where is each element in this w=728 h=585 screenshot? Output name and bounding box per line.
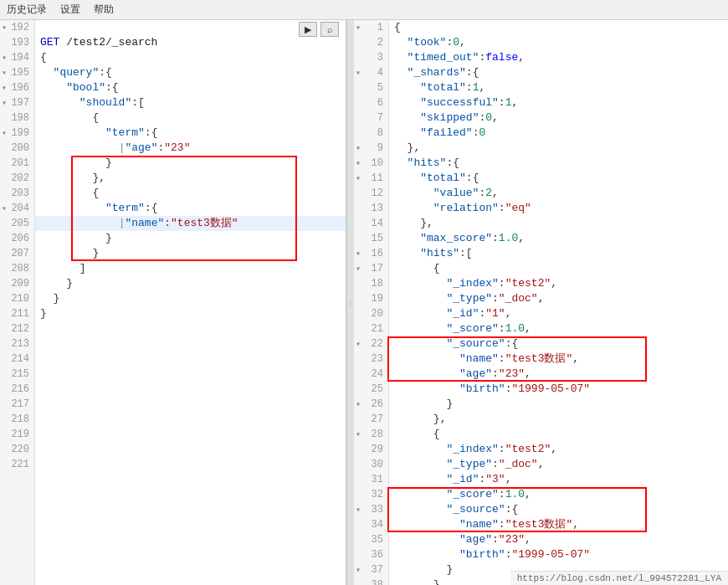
code-line: { bbox=[389, 20, 728, 35]
code-line: GET /test2/_search bbox=[35, 35, 346, 50]
code-line: "value" : 2, bbox=[389, 186, 728, 201]
code-line: }, bbox=[389, 141, 728, 156]
line-num: 203 bbox=[0, 186, 34, 201]
line-num: ▾1 bbox=[354, 20, 388, 35]
line-num: 12 bbox=[354, 186, 388, 201]
code-line bbox=[35, 367, 346, 382]
main-container: ▶ ⌕ ▾192 193 ▾194 ▾195 ▾196 ▾197 198 ▾19… bbox=[0, 20, 728, 585]
code-line: "_index" : "test2", bbox=[389, 442, 728, 457]
left-toolbar: ▶ ⌕ bbox=[299, 22, 339, 37]
code-line: "birth" : "1999-05-07" bbox=[389, 547, 728, 562]
menu-history[interactable]: 历史记录 bbox=[7, 3, 47, 17]
line-num: 201 bbox=[0, 156, 34, 171]
line-num: 35 bbox=[354, 532, 388, 547]
run-button[interactable]: ▶ bbox=[299, 22, 317, 37]
code-line: }, bbox=[389, 216, 728, 231]
left-code-wrapper: ▶ ⌕ ▾192 193 ▾194 ▾195 ▾196 ▾197 198 ▾19… bbox=[0, 20, 346, 585]
left-code-area[interactable]: ▾192 193 ▾194 ▾195 ▾196 ▾197 198 ▾199 20… bbox=[0, 20, 346, 585]
line-num: ▾11 bbox=[354, 171, 388, 186]
line-num: 202 bbox=[0, 171, 34, 186]
code-line: "_index" : "test2", bbox=[389, 276, 728, 291]
right-code-area[interactable]: ▾1 2 3 ▾4 5 6 7 8 ▾9 ▾10 ▾11 12 13 14 15… bbox=[354, 20, 728, 585]
code-line: } bbox=[35, 246, 346, 261]
line-num: ▾10 bbox=[354, 156, 388, 171]
menu-help[interactable]: 帮助 bbox=[94, 3, 114, 17]
code-line: } bbox=[35, 306, 346, 321]
line-num: 6 bbox=[354, 95, 388, 110]
line-num: 2 bbox=[354, 35, 388, 50]
code-line: "bool": { bbox=[35, 80, 346, 95]
search-button[interactable]: ⌕ bbox=[320, 22, 339, 37]
left-code-content[interactable]: GET /test2/_search { "query": { "bool": … bbox=[35, 20, 346, 585]
line-num: 219 bbox=[0, 427, 34, 442]
line-num: 5 bbox=[354, 80, 388, 95]
code-line: "total" : { bbox=[389, 171, 728, 186]
line-num: 212 bbox=[0, 321, 34, 336]
code-line bbox=[35, 397, 346, 412]
line-num: 32 bbox=[354, 487, 388, 502]
line-num: 216 bbox=[0, 382, 34, 397]
line-num: 38 bbox=[354, 577, 388, 585]
line-num: 20 bbox=[354, 306, 388, 321]
code-line: "_shards" : { bbox=[389, 65, 728, 80]
line-num: 29 bbox=[354, 442, 388, 457]
line-num: ▾16 bbox=[354, 246, 388, 261]
line-num: 218 bbox=[0, 412, 34, 427]
line-num: 193 bbox=[0, 35, 34, 50]
line-num: ▾192 bbox=[0, 20, 34, 35]
code-line: "_source" : { bbox=[389, 502, 728, 517]
code-line: }, bbox=[35, 171, 346, 186]
line-num: 34 bbox=[354, 517, 388, 532]
line-num: ▾197 bbox=[0, 95, 34, 110]
code-line: "_id" : "3", bbox=[389, 472, 728, 487]
v-separator[interactable]: ⋮ bbox=[347, 20, 354, 585]
code-line: "total" : 1, bbox=[389, 80, 728, 95]
code-line: "query": { bbox=[35, 65, 346, 80]
code-line bbox=[35, 352, 346, 367]
code-line: "term": { bbox=[35, 201, 346, 216]
code-line: "_type" : "_doc", bbox=[389, 291, 728, 306]
code-line: "birth" : "1999-05-07" bbox=[389, 382, 728, 397]
code-line: "skipped" : 0, bbox=[389, 110, 728, 126]
left-panel: ▶ ⌕ ▾192 193 ▾194 ▾195 ▾196 ▾197 198 ▾19… bbox=[0, 20, 347, 585]
code-line: "_source" : { bbox=[389, 336, 728, 352]
line-num: ▾28 bbox=[354, 427, 388, 442]
line-num: 209 bbox=[0, 276, 34, 291]
code-line: "timed_out" : false, bbox=[389, 50, 728, 65]
line-num: 205 bbox=[0, 216, 34, 231]
code-line: { bbox=[389, 427, 728, 442]
line-num: 13 bbox=[354, 201, 388, 216]
line-num: ▾4 bbox=[354, 65, 388, 80]
line-num: 215 bbox=[0, 367, 34, 382]
code-line: "age" : "23", bbox=[389, 367, 728, 382]
line-num: 210 bbox=[0, 291, 34, 306]
line-num: ▾22 bbox=[354, 336, 388, 352]
right-code-content[interactable]: { "took" : 0, "timed_out" : false, "_sha… bbox=[389, 20, 728, 585]
line-num: 220 bbox=[0, 442, 34, 457]
left-line-numbers: ▾192 193 ▾194 ▾195 ▾196 ▾197 198 ▾199 20… bbox=[0, 20, 35, 585]
code-line: { bbox=[35, 186, 346, 201]
line-num: ▾196 bbox=[0, 80, 34, 95]
code-line: "_score" : 1.0, bbox=[389, 487, 728, 502]
code-line: { bbox=[35, 50, 346, 65]
code-line: }, bbox=[389, 412, 728, 427]
line-num: 200 bbox=[0, 141, 34, 156]
code-line: "successful" : 1, bbox=[389, 95, 728, 110]
menu-settings[interactable]: 设置 bbox=[60, 3, 80, 17]
code-line bbox=[35, 412, 346, 427]
code-line: { bbox=[35, 110, 346, 126]
line-num: 213 bbox=[0, 336, 34, 352]
right-panel: ▾1 2 3 ▾4 5 6 7 8 ▾9 ▾10 ▾11 12 13 14 15… bbox=[354, 20, 728, 585]
line-num: 27 bbox=[354, 412, 388, 427]
code-line: "_score" : 1.0, bbox=[389, 321, 728, 336]
code-line: "should": [ bbox=[35, 95, 346, 110]
right-code-wrapper: ▾1 2 3 ▾4 5 6 7 8 ▾9 ▾10 ▾11 12 13 14 15… bbox=[354, 20, 728, 585]
code-line bbox=[35, 457, 346, 472]
code-line: | "name": "test3数据" bbox=[35, 216, 346, 231]
line-num: 221 bbox=[0, 457, 34, 472]
line-num: 19 bbox=[354, 291, 388, 306]
code-line bbox=[35, 382, 346, 397]
line-num: ▾195 bbox=[0, 65, 34, 80]
line-num: 207 bbox=[0, 246, 34, 261]
line-num: ▾26 bbox=[354, 397, 388, 412]
